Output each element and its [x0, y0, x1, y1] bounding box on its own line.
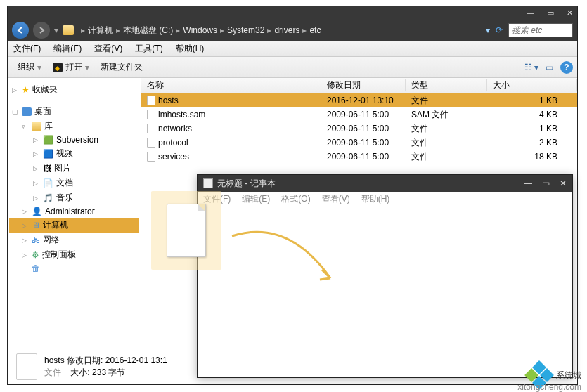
notepad-titlebar[interactable]: 无标题 - 记事本 — ▭ ✕ [198, 175, 572, 192]
dropdown-star-icon[interactable]: ▾ [486, 25, 490, 35]
breadcrumb-separator[interactable]: ▸ [217, 25, 227, 35]
refresh-icon[interactable]: ⟳ [496, 25, 503, 35]
drag-ghost [151, 191, 221, 270]
sidebar: ▷★收藏夹 ▢桌面 ▿库 ▷🟩Subversion▷🟦视频▷🖼图片▷📄文档▷🎵音… [8, 78, 141, 348]
file-icon [147, 152, 155, 162]
col-size[interactable]: 大小 [487, 79, 577, 91]
desktop-icon [22, 107, 32, 116]
breadcrumb-segment[interactable]: System32 [227, 25, 264, 35]
lib-item-icon: 🟦 [43, 149, 53, 159]
open-button[interactable]: ◆打开 ▾ [47, 60, 95, 74]
notepad-text-area[interactable] [198, 207, 572, 377]
menubar: 文件(F) 编辑(E) 查看(V) 工具(T) 帮助(H) [8, 41, 577, 57]
folder-icon [63, 25, 74, 35]
file-row[interactable]: protocol2009-06-11 5:00文件2 KB [141, 136, 577, 150]
breadcrumb-segment[interactable]: 本地磁盘 (C:) [123, 25, 173, 35]
breadcrumb-segment[interactable]: drivers [274, 25, 299, 35]
menu-edit[interactable]: 编辑(E) [53, 43, 82, 55]
notepad-app-icon [203, 178, 213, 188]
sidebar-library-item[interactable]: ▷📄文档 [9, 176, 139, 190]
file-icon [147, 138, 155, 148]
drag-ghost-page-icon [167, 204, 206, 257]
sidebar-computer[interactable]: ▷🖥计算机 [9, 218, 139, 233]
sidebar-library-item[interactable]: ▷🟦视频 [9, 146, 139, 161]
toolbar: 组织 ▾ ◆打开 ▾ 新建文件夹 ☷ ▾ ▭ ? [8, 57, 577, 78]
sidebar-library-item[interactable]: ▷🎵音乐 [9, 190, 139, 205]
nav-forward-button[interactable] [33, 22, 50, 39]
breadcrumb-separator[interactable]: ▸ [173, 25, 183, 35]
menu-view[interactable]: 查看(V) [94, 43, 122, 55]
file-icon [147, 96, 155, 105]
titlebar: — ▭ ✕ [8, 6, 577, 19]
new-folder-button[interactable]: 新建文件夹 [95, 60, 148, 74]
dropdown-icon[interactable]: ▾ [54, 25, 58, 35]
breadcrumb-segment[interactable]: 计算机 [88, 25, 113, 35]
sidebar-control-panel[interactable]: ▷⚙控制面板 [9, 247, 139, 262]
breadcrumb-separator[interactable]: ▸ [113, 25, 123, 35]
col-date[interactable]: 修改日期 [321, 79, 406, 91]
nav-back-button[interactable] [12, 22, 29, 39]
search-input[interactable] [508, 23, 573, 37]
notepad-menu-edit[interactable]: 编辑(E) [242, 193, 270, 205]
sidebar-favorites[interactable]: ▷★收藏夹 [9, 82, 139, 97]
sidebar-network[interactable]: ▷🖧网络 [9, 233, 139, 247]
lib-item-icon: 🖼 [43, 164, 51, 174]
col-name[interactable]: 名称 [141, 79, 321, 91]
breadcrumb-segment[interactable]: Windows [183, 25, 217, 35]
close-button[interactable]: ✕ [567, 8, 573, 18]
library-icon [32, 122, 41, 131]
breadcrumb-segment[interactable]: etc [309, 25, 321, 35]
minimize-button[interactable]: — [527, 8, 534, 17]
sidebar-admin[interactable]: ▷👤Administrator [9, 205, 139, 218]
file-icon [147, 124, 155, 133]
file-row[interactable]: lmhosts.sam2009-06-11 5:00SAM 文件4 KB [141, 107, 577, 122]
file-row[interactable]: networks2009-06-11 5:00文件1 KB [141, 122, 577, 136]
preview-pane-icon[interactable]: ▭ [546, 63, 553, 72]
notepad-menu-format[interactable]: 格式(O) [281, 193, 310, 205]
address-bar: ▾ ▸计算机▸本地磁盘 (C:)▸Windows▸System32▸driver… [8, 19, 577, 41]
file-icon [147, 110, 155, 119]
notepad-menu-view[interactable]: 查看(V) [322, 193, 350, 205]
lib-item-icon: 🎵 [43, 193, 53, 203]
notepad-menu-help[interactable]: 帮助(H) [361, 193, 390, 205]
sidebar-library-item[interactable]: ▷🟩Subversion [9, 133, 139, 146]
file-thumbnail-icon [16, 353, 37, 380]
notepad-maximize-button[interactable]: ▭ [542, 178, 550, 188]
sidebar-recycle[interactable]: 🗑 [9, 262, 139, 275]
notepad-window: 无标题 - 记事本 — ▭ ✕ 文件(F) 编辑(E) 格式(O) 查看(V) … [197, 174, 573, 378]
lib-item-icon: 📄 [43, 178, 53, 188]
help-icon[interactable]: ? [560, 61, 573, 74]
view-options-icon[interactable]: ☷ ▾ [524, 63, 538, 72]
file-row[interactable]: services2009-06-11 5:00文件18 KB [141, 150, 577, 164]
column-headers: 名称 修改日期 类型 大小 [141, 78, 577, 93]
breadcrumb-separator[interactable]: ▸ [264, 25, 274, 35]
notepad-close-button[interactable]: ✕ [560, 178, 567, 188]
menu-tools[interactable]: 工具(T) [135, 43, 162, 55]
col-type[interactable]: 类型 [406, 79, 487, 91]
lib-item-icon: 🟩 [43, 135, 53, 145]
sidebar-library[interactable]: ▿库 [9, 119, 139, 133]
menu-file[interactable]: 文件(F) [13, 43, 41, 55]
breadcrumb-separator[interactable]: ▸ [78, 25, 88, 35]
menu-help[interactable]: 帮助(H) [176, 43, 205, 55]
sidebar-desktop[interactable]: ▢桌面 [9, 104, 139, 119]
sidebar-library-item[interactable]: ▷🖼图片 [9, 161, 139, 176]
maximize-button[interactable]: ▭ [547, 8, 554, 18]
watermark-url: xitongcheng.com [517, 382, 581, 392]
notepad-minimize-button[interactable]: — [524, 178, 532, 188]
file-row[interactable]: hosts2016-12-01 13:10文件1 KB [141, 93, 577, 107]
breadcrumb[interactable]: ▸计算机▸本地磁盘 (C:)▸Windows▸System32▸drivers▸… [78, 25, 321, 37]
breadcrumb-separator[interactable]: ▸ [299, 25, 309, 35]
notepad-menubar: 文件(F) 编辑(E) 格式(O) 查看(V) 帮助(H) [198, 192, 572, 207]
organize-button[interactable]: 组织 ▾ [12, 60, 47, 74]
